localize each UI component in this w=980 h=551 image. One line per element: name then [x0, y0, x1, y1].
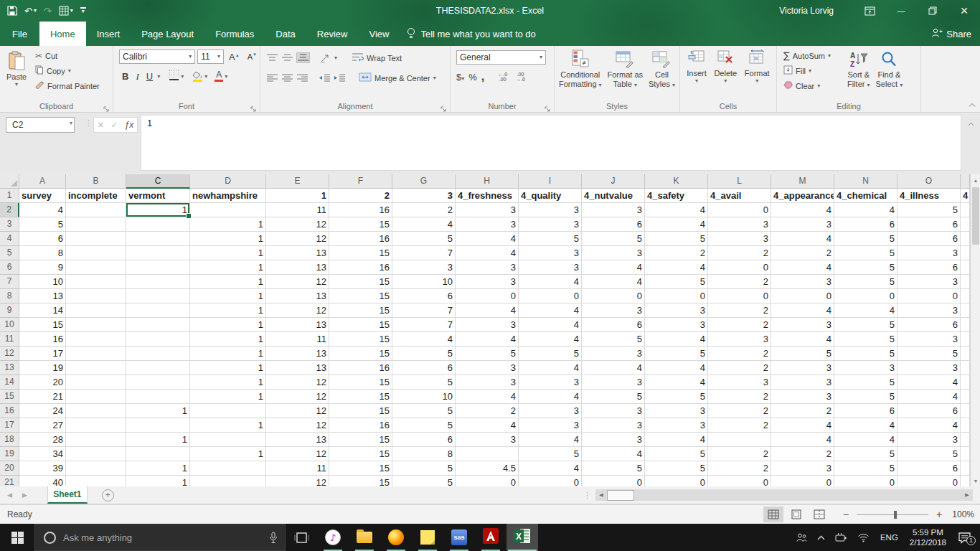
- cell-L4[interactable]: 3: [708, 232, 771, 246]
- cell-D6[interactable]: 1: [190, 260, 266, 275]
- task-view-button[interactable]: [286, 524, 317, 551]
- tab-view[interactable]: View: [358, 22, 400, 46]
- scroll-right-icon[interactable]: ▶: [961, 489, 973, 501]
- cell-M5[interactable]: 2: [771, 246, 834, 260]
- cell-O15[interactable]: 4: [897, 390, 961, 404]
- cell-D17[interactable]: 1: [190, 418, 266, 433]
- cell-K8[interactable]: 0: [645, 289, 708, 303]
- cell-H3[interactable]: 3: [456, 217, 519, 232]
- cell-K10[interactable]: 3: [645, 318, 708, 332]
- row-header-17[interactable]: 17: [0, 418, 19, 433]
- cell-P10[interactable]: [961, 318, 970, 332]
- next-sheet-icon[interactable]: ▶: [22, 491, 27, 499]
- cell-G15[interactable]: 10: [392, 390, 456, 404]
- cell-F3[interactable]: 15: [329, 217, 392, 232]
- cut-button[interactable]: ✂Cut: [33, 48, 102, 63]
- cell-L5[interactable]: 2: [708, 246, 771, 260]
- cell-O19[interactable]: 5: [897, 447, 961, 461]
- cell-D9[interactable]: 1: [190, 303, 266, 318]
- cell-I13[interactable]: 4: [519, 361, 582, 375]
- name-box[interactable]: C2 ▾: [6, 117, 75, 133]
- cell-K21[interactable]: 0: [645, 476, 708, 486]
- cell-F6[interactable]: 16: [329, 260, 392, 275]
- cell-I1[interactable]: 4_quality: [519, 189, 582, 203]
- microphone-icon[interactable]: [269, 532, 278, 547]
- cell-C16[interactable]: 1: [126, 404, 190, 418]
- cell-I21[interactable]: 0: [519, 476, 582, 486]
- cell-H20[interactable]: 4.5: [456, 461, 519, 476]
- column-header-A[interactable]: A: [19, 174, 66, 189]
- cell-I15[interactable]: 4: [519, 390, 582, 404]
- cell-A18[interactable]: 28: [19, 433, 66, 447]
- row-header-18[interactable]: 18: [0, 433, 19, 447]
- cell-P4[interactable]: [961, 232, 970, 246]
- cell-A15[interactable]: 21: [19, 390, 66, 404]
- cell-M9[interactable]: 4: [771, 303, 834, 318]
- cell-H15[interactable]: 4: [456, 390, 519, 404]
- cell-E21[interactable]: 12: [266, 476, 329, 486]
- autosum-button[interactable]: ∑ AutoSum▾: [781, 48, 847, 63]
- cell-E3[interactable]: 12: [266, 217, 329, 232]
- cell-N17[interactable]: 4: [834, 418, 897, 433]
- cell-L12[interactable]: 2: [708, 347, 771, 361]
- cell-H16[interactable]: 2: [456, 404, 519, 418]
- cell-P11[interactable]: [961, 332, 970, 347]
- increase-indent-icon[interactable]: [334, 73, 346, 83]
- cell-E7[interactable]: 12: [266, 275, 329, 289]
- restore-button[interactable]: [917, 0, 948, 22]
- cell-K20[interactable]: 5: [645, 461, 708, 476]
- cell-K1[interactable]: 4_safety: [645, 189, 708, 203]
- cell-N14[interactable]: 5: [834, 375, 897, 390]
- cell-P21[interactable]: [961, 476, 970, 486]
- cell-E12[interactable]: 13: [266, 347, 329, 361]
- cell-E9[interactable]: 12: [266, 303, 329, 318]
- cell-O17[interactable]: 4: [897, 418, 961, 433]
- cell-O16[interactable]: 6: [897, 404, 961, 418]
- zoom-level[interactable]: 100%: [947, 509, 974, 519]
- cell-N5[interactable]: 5: [834, 246, 897, 260]
- cell-D8[interactable]: 1: [190, 289, 266, 303]
- align-middle-icon[interactable]: [281, 53, 293, 62]
- cell-G17[interactable]: 5: [392, 418, 456, 433]
- cell-N18[interactable]: 4: [834, 433, 897, 447]
- start-button[interactable]: [0, 524, 34, 551]
- cell-O7[interactable]: 3: [897, 275, 961, 289]
- cell-E20[interactable]: 11: [266, 461, 329, 476]
- cell-G18[interactable]: 6: [392, 433, 456, 447]
- cell-N4[interactable]: 5: [834, 232, 897, 246]
- cell-K2[interactable]: 4: [645, 203, 708, 217]
- row-header-10[interactable]: 10: [0, 318, 19, 332]
- cell-I16[interactable]: 3: [519, 404, 582, 418]
- cell-J11[interactable]: 5: [582, 332, 645, 347]
- cell-I5[interactable]: 3: [519, 246, 582, 260]
- tab-page-layout[interactable]: Page Layout: [131, 22, 204, 46]
- minimize-button[interactable]: —: [885, 0, 917, 22]
- row-header-5[interactable]: 5: [0, 246, 19, 260]
- share-button[interactable]: Share: [931, 22, 971, 46]
- cell-M8[interactable]: 0: [771, 289, 834, 303]
- cell-G8[interactable]: 6: [392, 289, 456, 303]
- people-icon[interactable]: [791, 532, 812, 542]
- borders-icon[interactable]: [169, 70, 179, 83]
- new-sheet-button[interactable]: +: [102, 489, 114, 501]
- cell-O8[interactable]: 0: [897, 289, 961, 303]
- cell-F4[interactable]: 16: [329, 232, 392, 246]
- cell-D15[interactable]: 1: [190, 390, 266, 404]
- cell-C4[interactable]: [126, 232, 190, 246]
- cell-J7[interactable]: 4: [582, 275, 645, 289]
- cell-K19[interactable]: 5: [645, 447, 708, 461]
- cell-F15[interactable]: 15: [329, 390, 392, 404]
- taskbar-adobe-reader[interactable]: [475, 524, 507, 551]
- cell-M7[interactable]: 3: [771, 275, 834, 289]
- percent-style-icon[interactable]: %: [468, 72, 477, 83]
- name-box-dropdown-icon[interactable]: ▾: [70, 120, 72, 126]
- cell-A13[interactable]: 19: [19, 361, 66, 375]
- cell-A3[interactable]: 5: [19, 217, 66, 232]
- tab-formulas[interactable]: Formulas: [204, 22, 265, 46]
- cell-B10[interactable]: [66, 318, 126, 332]
- cell-B13[interactable]: [66, 361, 126, 375]
- cell-E19[interactable]: 12: [266, 447, 329, 461]
- cell-F2[interactable]: 16: [329, 203, 392, 217]
- cell-K3[interactable]: 4: [645, 217, 708, 232]
- cell-M12[interactable]: 5: [771, 347, 834, 361]
